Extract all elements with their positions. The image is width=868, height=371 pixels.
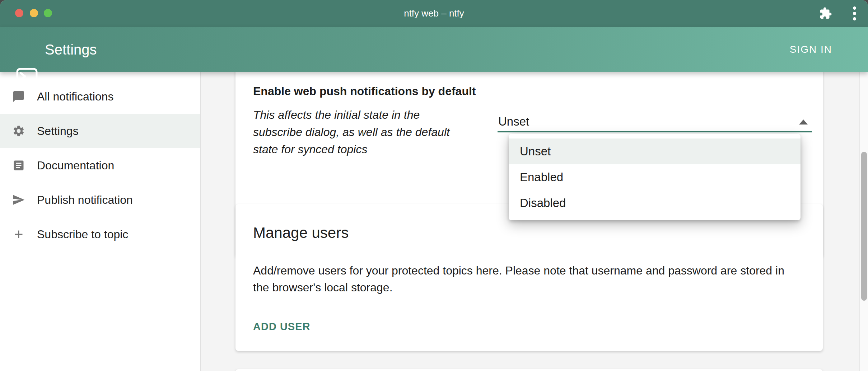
browser-window: ntfy web – ntfy Settings SIGN IN All not… bbox=[0, 0, 868, 371]
plus-icon bbox=[12, 228, 25, 241]
sidebar-item-publish-notification[interactable]: Publish notification bbox=[0, 183, 200, 217]
sidebar-item-label: Settings bbox=[37, 114, 79, 148]
card-title: Manage users bbox=[253, 223, 349, 243]
pref-description: This affects the initial state in the su… bbox=[253, 106, 476, 158]
article-icon bbox=[12, 159, 25, 172]
sidebar-item-documentation[interactable]: Documentation bbox=[0, 148, 200, 183]
menu-option-enabled[interactable]: Enabled bbox=[509, 164, 801, 190]
browser-menu-kebab-icon[interactable] bbox=[851, 6, 858, 22]
sidebar-item-settings[interactable]: Settings bbox=[0, 114, 200, 148]
settings-page-content: Enable web push notifications by default… bbox=[201, 72, 868, 371]
chat-bubble-icon bbox=[12, 90, 25, 103]
sidebar-item-label: All notifications bbox=[37, 79, 113, 114]
sidebar-item-subscribe-to-topic[interactable]: Subscribe to topic bbox=[0, 217, 200, 252]
menu-option-disabled[interactable]: Disabled bbox=[509, 190, 801, 216]
sidebar-item-label: Subscribe to topic bbox=[37, 217, 128, 252]
app-header: Settings SIGN IN bbox=[0, 27, 868, 72]
next-card-partial bbox=[235, 369, 823, 371]
web-push-default-select[interactable]: Unset bbox=[498, 114, 812, 132]
sidebar-item-label: Documentation bbox=[37, 148, 114, 183]
menu-option-unset[interactable]: Unset bbox=[509, 138, 801, 164]
select-underline bbox=[498, 131, 812, 132]
pref-heading: Enable web push notifications by default bbox=[253, 84, 476, 99]
window-title: ntfy web – ntfy bbox=[0, 0, 868, 27]
page-title: Settings bbox=[45, 27, 97, 72]
ntfy-logo-icon bbox=[16, 68, 38, 88]
chevron-up-icon bbox=[799, 119, 808, 125]
card-description: Add/remove users for your protected topi… bbox=[253, 262, 808, 296]
sidebar: All notifications Settings Documentation… bbox=[0, 72, 201, 371]
extensions-puzzle-icon[interactable] bbox=[819, 7, 832, 20]
add-user-button[interactable]: ADD USER bbox=[253, 320, 310, 333]
scrollbar-thumb[interactable] bbox=[861, 152, 867, 301]
manage-users-card: Manage users Add/remove users for your p… bbox=[235, 204, 823, 351]
send-icon bbox=[12, 193, 25, 206]
scrollbar-track[interactable] bbox=[859, 72, 868, 371]
select-value: Unset bbox=[498, 114, 529, 129]
select-dropdown-menu: Unset Enabled Disabled bbox=[509, 134, 801, 220]
gear-icon bbox=[12, 125, 25, 137]
sign-in-button[interactable]: SIGN IN bbox=[784, 40, 838, 59]
titlebar: ntfy web – ntfy bbox=[0, 0, 868, 27]
sidebar-item-label: Publish notification bbox=[37, 183, 133, 217]
